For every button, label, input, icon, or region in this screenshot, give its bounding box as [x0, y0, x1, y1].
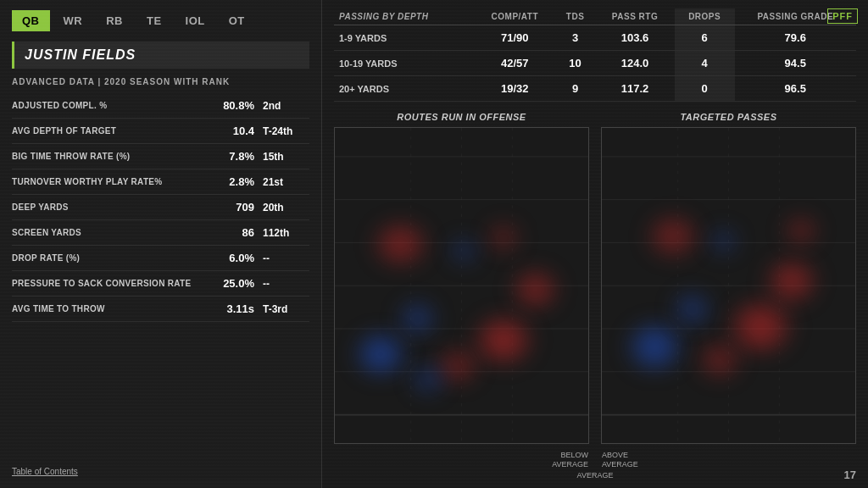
legend-wrapper: BELOW AVERAGE ABOVE AVERAGE AVERAGE [334, 444, 856, 480]
stat-rank: 15th [263, 151, 309, 163]
stat-value: 25.0% [203, 277, 254, 290]
stat-label: PRESSURE TO SACK CONVERSION RATE [12, 279, 203, 289]
table-of-contents: Table of Contents [12, 456, 309, 478]
row-tds: 3 [555, 25, 595, 51]
stat-value: 10.4 [203, 125, 254, 137]
routes-run-title: ROUTES RUN IN OFFENSE [334, 112, 589, 122]
row-passing-grade: 79.6 [735, 25, 857, 51]
stat-rank: T-3rd [263, 303, 309, 315]
stat-value: 709 [203, 201, 254, 214]
routes-run-map: ROUTES RUN IN OFFENSE [334, 112, 589, 444]
row-pass-rtg: 117.2 [595, 76, 675, 102]
stat-label: DEEP YARDS [12, 202, 203, 213]
row-passing-grade: 96.5 [735, 76, 857, 102]
right-panel: PASSING BY DEPTH COMP/ATT TDs PASS RTG D… [322, 0, 868, 488]
stat-rank: -- [263, 278, 309, 290]
row-depth: 10-19 YARDS [334, 51, 475, 76]
stat-label: AVG TIME TO THROW [12, 304, 203, 314]
targeted-passes-map: TARGETED PASSES [601, 112, 856, 444]
row-comp-att: 71/90 [475, 25, 555, 51]
legend-average: AVERAGE [577, 471, 614, 480]
stat-label: DROP RATE (%) [12, 253, 203, 263]
table-row: 20+ YARDS 19/32 9 117.2 0 96.5 [334, 76, 856, 102]
toc-link[interactable]: Table of Contents [12, 467, 78, 476]
col-header-pass-rtg: PASS RTG [595, 8, 675, 25]
stat-label: ADJUSTED COMPL. % [12, 101, 203, 111]
col-header-tds: TDs [555, 8, 595, 25]
table-row: 1-9 YARDS 71/90 3 103.6 6 79.6 [334, 25, 856, 51]
legend-bar: BELOW AVERAGE ABOVE AVERAGE [543, 451, 647, 469]
tab-qb[interactable]: QB [12, 10, 50, 31]
legend-below-average: BELOW AVERAGE [552, 451, 588, 469]
row-pass-rtg: 103.6 [595, 25, 675, 51]
col-header-comp-att: COMP/ATT [475, 8, 555, 25]
row-tds: 9 [555, 76, 595, 102]
heat-maps: ROUTES RUN IN OFFENSE [334, 112, 856, 444]
stat-label: BIG TIME THROW RATE (%) [12, 152, 203, 162]
stat-rank: -- [263, 252, 309, 264]
field-lines-svg-2 [602, 128, 855, 443]
stat-value: 86 [203, 226, 254, 239]
player-name-bar: JUSTIN FIELDS [12, 42, 309, 69]
row-comp-att: 42/57 [475, 51, 555, 76]
tab-te[interactable]: TE [136, 10, 172, 31]
targeted-passes-canvas [601, 127, 856, 444]
col-header-drops: DROPS [675, 8, 735, 25]
targeted-passes-title: TARGETED PASSES [601, 112, 856, 122]
table-row: 10-19 YARDS 42/57 10 124.0 4 94.5 [334, 51, 856, 76]
row-pass-rtg: 124.0 [595, 51, 675, 76]
stat-label: AVG DEPTH OF TARGET [12, 126, 203, 136]
list-item: BIG TIME THROW RATE (%) 7.8% 15th [12, 144, 309, 169]
stat-label: SCREEN YARDS [12, 228, 203, 238]
row-comp-att: 19/32 [475, 76, 555, 102]
stat-rank: 2nd [263, 100, 309, 112]
list-item: TURNOVER WORTHY PLAY RATE% 2.8% 21st [12, 169, 309, 195]
position-tabs: QB WR RB TE IOL OT [12, 10, 309, 31]
list-item: SCREEN YARDS 86 112th [12, 220, 309, 246]
stat-rank: 112th [263, 227, 309, 239]
list-item: AVG TIME TO THROW 3.11s T-3rd [12, 297, 309, 322]
stats-table: ADJUSTED COMPL. % 80.8% 2nd AVG DEPTH OF… [12, 93, 309, 456]
row-depth: 1-9 YARDS [334, 25, 475, 51]
stat-rank: 20th [263, 202, 309, 214]
section-title: ADVANCED DATA | 2020 SEASON WITH RANK [12, 77, 309, 86]
stat-value: 7.8% [203, 150, 254, 163]
col-header-depth: PASSING BY DEPTH [334, 8, 475, 25]
player-name: JUSTIN FIELDS [25, 47, 136, 62]
list-item: ADJUSTED COMPL. % 80.8% 2nd [12, 93, 309, 119]
pff-logo: PFF [827, 8, 858, 24]
row-tds: 10 [555, 51, 595, 76]
tab-rb[interactable]: RB [96, 10, 133, 31]
page-number: 17 [844, 469, 856, 481]
row-drops: 4 [675, 51, 735, 76]
row-depth: 20+ YARDS [334, 76, 475, 102]
row-drops: 0 [675, 76, 735, 102]
list-item: PRESSURE TO SACK CONVERSION RATE 25.0% -… [12, 271, 309, 297]
stat-label: TURNOVER WORTHY PLAY RATE% [12, 177, 203, 187]
list-item: AVG DEPTH OF TARGET 10.4 T-24th [12, 119, 309, 144]
row-passing-grade: 94.5 [735, 51, 857, 76]
tab-iol[interactable]: IOL [175, 10, 215, 31]
list-item: DEEP YARDS 709 20th [12, 195, 309, 220]
stat-rank: 21st [263, 176, 309, 188]
row-drops: 6 [675, 25, 735, 51]
routes-run-canvas [334, 127, 589, 444]
left-panel: QB WR RB TE IOL OT JUSTIN FIELDS ADVANCE… [0, 0, 322, 488]
legend-above-average: ABOVE AVERAGE [602, 451, 638, 469]
stat-rank: T-24th [263, 125, 309, 137]
passing-table: PASSING BY DEPTH COMP/ATT TDs PASS RTG D… [334, 8, 856, 102]
main-layout: QB WR RB TE IOL OT JUSTIN FIELDS ADVANCE… [0, 0, 868, 488]
tab-ot[interactable]: OT [219, 10, 255, 31]
tab-wr[interactable]: WR [53, 10, 93, 31]
stat-value: 3.11s [203, 302, 254, 315]
stat-value: 80.8% [203, 99, 254, 112]
stat-value: 6.0% [203, 252, 254, 264]
stat-value: 2.8% [203, 175, 254, 188]
list-item: DROP RATE (%) 6.0% -- [12, 246, 309, 271]
